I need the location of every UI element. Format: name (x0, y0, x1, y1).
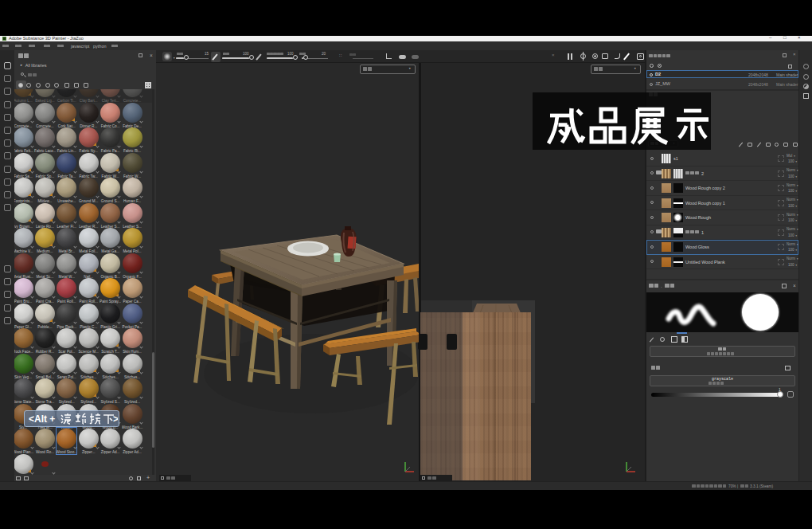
svg-text:>: > (113, 413, 118, 425)
